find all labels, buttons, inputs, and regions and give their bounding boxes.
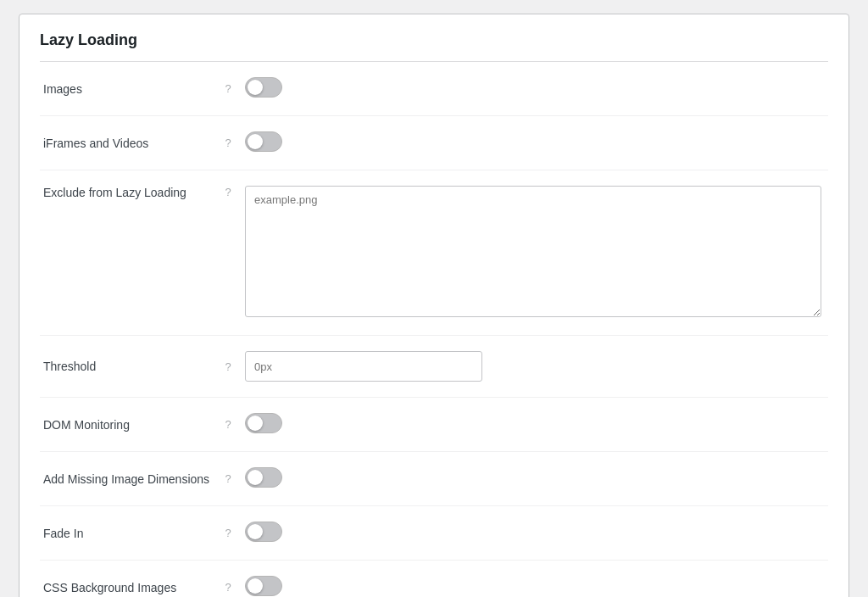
- control-exclude: [238, 170, 828, 336]
- help-icon-images[interactable]: ?: [218, 62, 238, 116]
- toggle-fade-in[interactable]: [245, 522, 282, 542]
- control-fade-in: [238, 506, 828, 561]
- toggle-track-add-missing-image-dimensions: [245, 467, 282, 488]
- toggle-track-dom-monitoring: [245, 413, 282, 433]
- help-icon-iframes-videos[interactable]: ?: [218, 116, 238, 170]
- row-dom-monitoring: DOM Monitoring?: [40, 398, 828, 452]
- toggle-add-missing-image-dimensions[interactable]: [245, 467, 282, 488]
- toggle-track-iframes-videos: [245, 131, 282, 152]
- label-exclude: Exclude from Lazy Loading: [40, 170, 218, 336]
- help-icon-threshold[interactable]: ?: [218, 336, 238, 398]
- input-threshold[interactable]: [245, 351, 482, 382]
- settings-table: Images?iFrames and Videos?Exclude from L…: [40, 62, 828, 597]
- label-css-background-images: CSS Background Images: [40, 561, 218, 598]
- row-threshold: Threshold?: [40, 336, 828, 398]
- help-icon-fade-in[interactable]: ?: [218, 506, 238, 561]
- row-css-background-images: CSS Background Images?: [40, 561, 828, 598]
- label-threshold: Threshold: [40, 336, 218, 398]
- help-icon-exclude[interactable]: ?: [218, 170, 238, 336]
- toggle-thumb-css-background-images: [248, 578, 263, 594]
- toggle-css-background-images[interactable]: [245, 576, 282, 596]
- card-title: Lazy Loading: [40, 31, 828, 49]
- label-dom-monitoring: DOM Monitoring: [40, 398, 218, 452]
- row-exclude: Exclude from Lazy Loading?: [40, 170, 828, 336]
- toggle-iframes-videos[interactable]: [245, 131, 282, 152]
- toggle-track-css-background-images: [245, 576, 282, 596]
- row-iframes-videos: iFrames and Videos?: [40, 116, 828, 170]
- toggle-thumb-add-missing-image-dimensions: [248, 470, 263, 485]
- toggle-track-images: [245, 77, 282, 98]
- row-fade-in: Fade In?: [40, 506, 828, 561]
- help-icon-add-missing-image-dimensions[interactable]: ?: [218, 452, 238, 506]
- help-icon-dom-monitoring[interactable]: ?: [218, 398, 238, 452]
- textarea-exclude[interactable]: [245, 186, 821, 317]
- toggle-thumb-fade-in: [248, 524, 263, 539]
- toggle-dom-monitoring[interactable]: [245, 413, 282, 433]
- label-fade-in: Fade In: [40, 506, 218, 561]
- row-add-missing-image-dimensions: Add Missing Image Dimensions?: [40, 452, 828, 506]
- control-dom-monitoring: [238, 398, 828, 452]
- toggle-images[interactable]: [245, 77, 282, 98]
- label-images: Images: [40, 62, 218, 116]
- label-add-missing-image-dimensions: Add Missing Image Dimensions: [40, 452, 218, 506]
- label-iframes-videos: iFrames and Videos: [40, 116, 218, 170]
- row-images: Images?: [40, 62, 828, 116]
- toggle-thumb-images: [248, 80, 263, 95]
- settings-card: Lazy Loading Images?iFrames and Videos?E…: [19, 14, 849, 597]
- control-add-missing-image-dimensions: [238, 452, 828, 506]
- toggle-track-fade-in: [245, 522, 282, 542]
- control-css-background-images: [238, 561, 828, 598]
- toggle-thumb-dom-monitoring: [248, 416, 263, 431]
- control-threshold: [238, 336, 828, 398]
- help-icon-css-background-images[interactable]: ?: [218, 561, 238, 598]
- control-images: [238, 62, 828, 116]
- toggle-thumb-iframes-videos: [248, 134, 263, 149]
- control-iframes-videos: [238, 116, 828, 170]
